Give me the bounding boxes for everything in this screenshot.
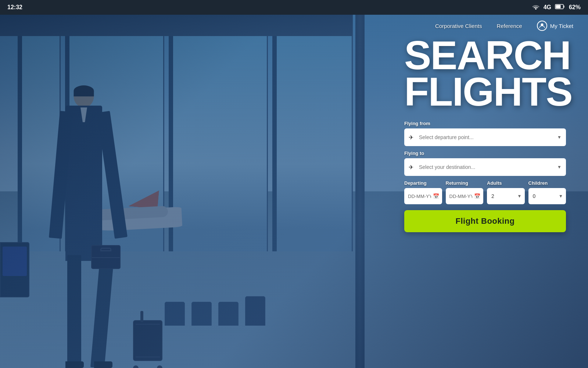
- departing-col: Departing 📅: [404, 180, 442, 204]
- flying-to-group: Flying to ✈ ▼: [404, 151, 566, 176]
- flying-to-input[interactable]: [404, 158, 566, 176]
- wifi-icon: [532, 4, 540, 11]
- status-bar: 12:32 4G 62%: [0, 0, 588, 15]
- returning-input-wrapper: 📅: [446, 188, 484, 204]
- my-ticket-label: My Ticket: [550, 23, 573, 29]
- children-col: Children ▼: [528, 180, 566, 204]
- departing-input-wrapper: 📅: [404, 188, 442, 204]
- status-right: 4G 62%: [532, 4, 581, 11]
- flying-to-input-wrapper: ✈ ▼: [404, 158, 566, 176]
- adults-col: Adults ▼: [487, 180, 525, 204]
- hero-title: SEARCH FLIGHTS: [404, 37, 566, 110]
- battery-label: 62%: [569, 4, 581, 11]
- returning-col: Returning 📅: [446, 180, 484, 204]
- returning-label: Returning: [446, 180, 484, 186]
- signal-label: 4G: [544, 4, 551, 11]
- flying-to-chevron: ▼: [557, 164, 562, 170]
- nav-my-ticket[interactable]: My Ticket: [537, 21, 573, 31]
- adults-label: Adults: [487, 180, 525, 186]
- flying-from-label: Flying from: [404, 121, 566, 126]
- adults-chevron: ▼: [517, 194, 522, 199]
- children-input-wrapper: ▼: [528, 188, 566, 204]
- flying-from-input-wrapper: ✈ ▼: [404, 128, 566, 146]
- date-pax-row: Departing 📅 Returning 📅 Adults ▼: [404, 180, 566, 204]
- flying-from-input[interactable]: [404, 128, 566, 146]
- children-chevron: ▼: [559, 194, 563, 199]
- returning-calendar-icon: 📅: [474, 193, 480, 199]
- battery-icon: [555, 4, 565, 11]
- search-panel: SEARCH FLIGHTS Flying from ✈ ▼ Flying to…: [404, 37, 566, 232]
- nav-corporate-clients[interactable]: Corporative Clients: [435, 23, 482, 29]
- user-icon: [537, 21, 547, 31]
- main-container: Corporative Clients Reference My Ticket …: [0, 15, 588, 368]
- children-label: Children: [528, 180, 566, 186]
- time-display: 12:32: [7, 4, 22, 11]
- flying-from-chevron: ▼: [557, 135, 562, 140]
- departing-calendar-icon: 📅: [433, 193, 439, 199]
- flying-to-label: Flying to: [404, 151, 566, 156]
- departing-label: Departing: [404, 180, 442, 186]
- svg-rect-1: [563, 6, 564, 8]
- book-button[interactable]: Flight Booking: [404, 210, 566, 232]
- plane-to-icon: ✈: [409, 164, 413, 171]
- hero-line1: SEARCH: [404, 37, 566, 73]
- flying-from-group: Flying from ✈ ▼: [404, 121, 566, 146]
- nav-reference[interactable]: Reference: [496, 23, 522, 29]
- plane-from-icon: ✈: [409, 134, 413, 141]
- adults-input-wrapper: ▼: [487, 188, 525, 204]
- svg-rect-2: [556, 5, 560, 8]
- hero-line2: FLIGHTS: [404, 73, 566, 110]
